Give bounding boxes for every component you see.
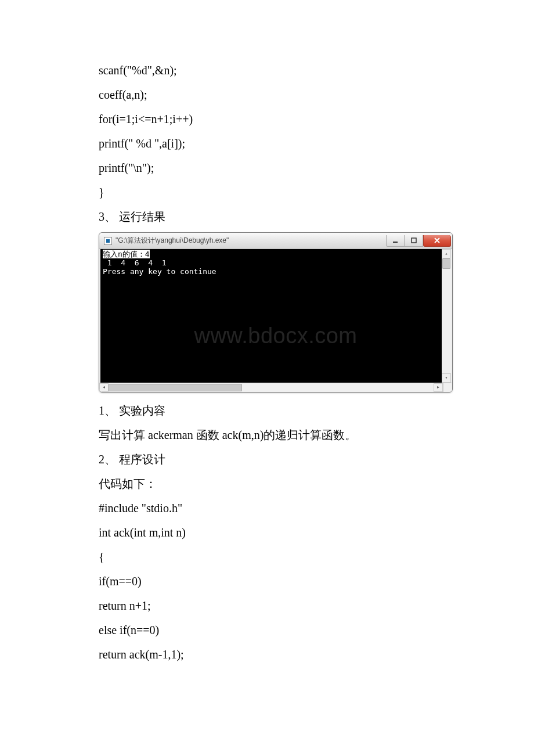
code-line: for(i=1;i<=n+1;i++) [99,107,435,131]
console-output-line: 1 4 6 4 1 [103,259,449,268]
close-button[interactable] [423,235,451,247]
section-run-result: 3、 运行结果 [99,204,435,229]
code-line: return n+1; [99,593,435,618]
code-line: if(m==0) [99,569,435,593]
code-line: printf("\n"); [99,156,435,180]
console-window: "G:\算法设计\yanghui\Debug\yh.exe" 输入n的值：4 1… [99,232,453,393]
code-line: scanf("%d",&n); [99,58,435,82]
experiment-content-text: 写出计算 ackerman 函数 ack(m,n)的递归计算函数。 [99,423,435,447]
svg-rect-1 [412,238,416,243]
window-title: "G:\算法设计\yanghui\Debug\yh.exe" [116,233,386,248]
window-buttons [386,235,451,247]
svg-rect-0 [393,242,398,243]
console-body: 输入n的值：4 1 4 6 4 1 Press any key to conti… [99,249,452,383]
code-intro: 代码如下： [99,471,435,496]
vertical-scrollbar[interactable]: ▴ ▾ [442,249,451,383]
scroll-track[interactable] [442,258,451,373]
horizontal-scrollbar[interactable]: ◂ ▸ [99,383,452,392]
scroll-track[interactable] [109,383,434,392]
scroll-thumb[interactable] [442,258,450,269]
scrollbar-corner [443,383,452,392]
scroll-up-icon[interactable]: ▴ [442,249,451,258]
app-icon [104,237,112,245]
watermark: www.bdocx.com [194,323,357,349]
console-output-line: 输入n的值：4 [103,250,150,258]
code-line: } [99,180,435,204]
minimize-button[interactable] [386,235,405,247]
code-line: #include "stdio.h" [99,496,435,520]
section-experiment-content: 1、 实验内容 [99,398,435,423]
scroll-right-icon[interactable]: ▸ [434,383,443,392]
titlebar[interactable]: "G:\算法设计\yanghui\Debug\yh.exe" [99,233,452,249]
scroll-down-icon[interactable]: ▾ [442,373,451,383]
code-line: printf(" %d ",a[i]); [99,131,435,156]
code-line: { [99,545,435,569]
code-line: else if(n==0) [99,618,435,642]
console-output-line: Press any key to continue [103,268,449,276]
maximize-button[interactable] [405,235,423,247]
code-line: int ack(int m,int n) [99,520,435,545]
scroll-thumb[interactable] [109,384,242,391]
code-line: return ack(m-1,1); [99,642,435,667]
scroll-left-icon[interactable]: ◂ [99,383,109,392]
code-line: coeff(a,n); [99,82,435,107]
section-program-design: 2、 程序设计 [99,447,435,471]
